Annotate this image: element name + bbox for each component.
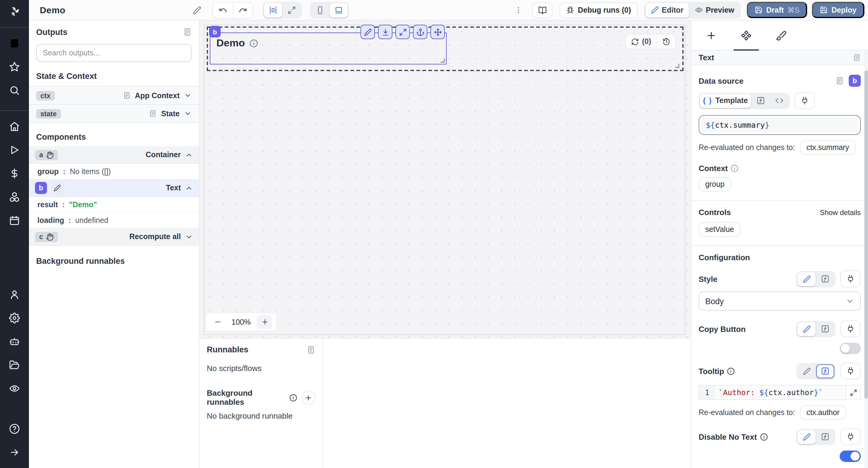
component-row-c[interactable]: c Recompute all [29, 228, 199, 246]
deploy-button[interactable]: Deploy [812, 2, 864, 18]
style-function-button[interactable] [816, 272, 834, 286]
tooltip-mode-toggle [796, 363, 835, 379]
template-close: } [765, 121, 770, 130]
app-canvas[interactable]: b Demo [199, 21, 691, 338]
output-row-ctx[interactable]: ctx App Context [29, 87, 199, 105]
prop-colon: : [68, 215, 71, 225]
component-row-a[interactable]: a Container [29, 146, 199, 164]
panel-list-icon[interactable] [183, 28, 192, 36]
hand-pointer-icon [46, 151, 54, 159]
refresh-app-button[interactable]: (0) [626, 34, 657, 49]
anchor-component-button[interactable] [413, 25, 427, 39]
sidebar-item-audit[interactable] [5, 379, 24, 398]
context-chip[interactable]: group [699, 177, 731, 192]
copy-static-button[interactable] [798, 322, 815, 336]
docs-button[interactable] [532, 2, 553, 18]
code-mode-button[interactable] [770, 94, 788, 107]
template-mode-button[interactable]: { } Template [700, 94, 751, 107]
disable-function-button[interactable] [816, 430, 834, 444]
code-backtick: ` [818, 388, 823, 397]
component-b-badge: b [35, 182, 47, 194]
fullscreen-canvas-button[interactable] [283, 3, 301, 17]
sidebar-item-help[interactable] [5, 419, 24, 438]
tab-global-styling[interactable] [764, 21, 799, 50]
template-expression-input[interactable]: ${ctx.summary} [699, 115, 861, 135]
panel-list-icon[interactable] [853, 54, 861, 61]
sidebar-item-home[interactable] [5, 117, 24, 136]
reevaluated-chip[interactable]: ctx.author [800, 405, 846, 420]
connect-tooltip-button[interactable] [840, 363, 861, 379]
search-outputs-input[interactable] [36, 44, 192, 62]
sidebar-item-favorites[interactable] [5, 57, 24, 76]
chevron-down-icon[interactable] [184, 92, 192, 99]
setvalue-chip[interactable]: setValue [699, 222, 741, 237]
chevron-up-icon[interactable] [185, 151, 193, 159]
component-row-b-selected[interactable]: b Text [29, 179, 199, 197]
sidebar-item-schedules[interactable] [5, 211, 24, 230]
chevron-up-icon[interactable] [185, 184, 193, 192]
runnable-detail-empty [323, 338, 691, 468]
settings-scrollbar[interactable] [864, 51, 868, 468]
output-row-state[interactable]: state State [29, 105, 199, 123]
windmill-logo-icon[interactable] [8, 5, 21, 20]
draft-button[interactable]: Draft ⌘S [747, 2, 807, 18]
chevron-down-icon[interactable] [185, 233, 193, 241]
tab-component-settings[interactable] [729, 21, 764, 50]
style-select[interactable]: Body [699, 292, 861, 311]
copy-button-mode-toggle [796, 321, 835, 337]
tooltip-static-button[interactable] [798, 364, 815, 378]
container-resize-handle[interactable] [675, 64, 679, 68]
section-divider [691, 200, 868, 201]
sidebar-item-variables[interactable] [5, 164, 24, 183]
sidebar-item-folders[interactable] [5, 355, 24, 375]
panel-list-icon[interactable] [307, 345, 315, 354]
expand-component-button[interactable] [396, 25, 410, 39]
style-static-button[interactable] [798, 272, 815, 286]
sidebar-item-users[interactable] [5, 285, 24, 304]
copy-button-toggle[interactable] [840, 343, 861, 354]
debug-runs-button[interactable]: Debug runs (0) [559, 2, 638, 18]
sidebar-item-apps[interactable] [5, 34, 24, 53]
zoom-out-button[interactable] [210, 315, 225, 329]
connect-style-button[interactable] [840, 270, 861, 287]
mobile-view-button[interactable] [311, 3, 330, 17]
insert-below-button[interactable] [378, 25, 393, 39]
expand-editor-button[interactable] [846, 386, 860, 399]
chevron-down-icon[interactable] [184, 110, 192, 118]
add-background-runnable-button[interactable] [302, 390, 315, 405]
sidebar-expand-button[interactable] [5, 443, 24, 462]
refresh-history-button[interactable] [657, 34, 676, 49]
move-component-button[interactable] [430, 25, 445, 39]
rename-component-button[interactable] [51, 181, 64, 195]
preview-tab[interactable]: Preview [689, 3, 740, 17]
more-menu-button[interactable] [510, 2, 526, 18]
connect-data-source-button[interactable] [794, 92, 815, 109]
connect-disable-button[interactable] [840, 428, 861, 445]
component-resize-handle[interactable] [441, 59, 445, 63]
edit-title-button[interactable] [190, 2, 205, 18]
connect-copy-button[interactable] [840, 321, 861, 337]
copy-function-button[interactable] [816, 322, 834, 336]
editor-tab[interactable]: Editor [646, 3, 689, 17]
reevaluated-chip[interactable]: ctx.summary [800, 140, 856, 155]
scrollbar-thumb[interactable] [864, 70, 868, 399]
disable-no-text-toggle[interactable] [840, 450, 861, 462]
sidebar-item-settings[interactable] [5, 308, 24, 328]
tooltip-function-button[interactable] [816, 364, 834, 378]
show-details-link[interactable]: Show details [820, 208, 861, 216]
disable-static-button[interactable] [798, 430, 815, 444]
zoom-in-button[interactable] [257, 315, 273, 329]
bound-component-badge[interactable]: b [849, 75, 861, 87]
undo-button[interactable] [213, 2, 233, 18]
sidebar-item-search[interactable] [5, 81, 24, 100]
sidebar-item-runs[interactable] [5, 140, 24, 160]
center-canvas-button[interactable] [264, 3, 282, 17]
sidebar-item-resources[interactable] [5, 187, 24, 207]
sidebar-item-workers[interactable] [5, 332, 24, 351]
redo-button[interactable] [233, 2, 253, 18]
function-mode-button[interactable] [751, 94, 770, 107]
edit-component-button[interactable] [361, 25, 375, 39]
desktop-view-button[interactable] [330, 3, 348, 17]
tooltip-code-editor[interactable]: 1 `Author: ${ctx.author}` [699, 385, 861, 400]
tab-insert-component[interactable] [694, 21, 729, 50]
